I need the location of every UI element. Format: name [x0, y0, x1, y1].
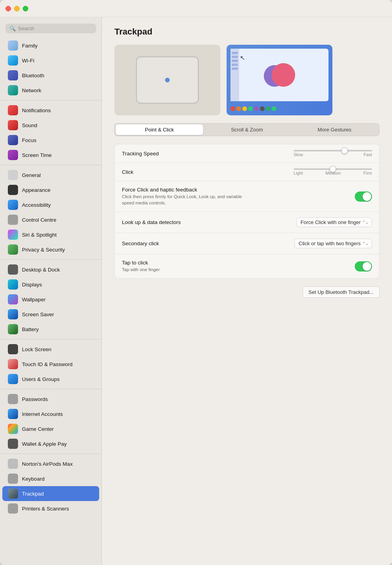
sidebar-item-trackpad[interactable]: Trackpad	[2, 486, 99, 501]
lockscreen-label: Lock Screen	[22, 346, 51, 352]
displays-icon	[8, 279, 18, 290]
sidebar-item-airpods[interactable]: Norton's AirPods Max	[2, 456, 99, 471]
accessibility-label: Accessibility	[22, 202, 51, 208]
printers-label: Printers & Scanners	[22, 506, 69, 512]
settings-section: Tracking Speed Slow Fast	[114, 144, 379, 279]
click-thumb[interactable]	[330, 166, 336, 172]
sidebar-item-wallet[interactable]: Wallet & Apple Pay	[2, 436, 99, 451]
sidebar-item-sound[interactable]: Sound	[2, 118, 99, 133]
sidebar-groups: FamilyWi-FiBluetoothNetworkNotifications…	[0, 38, 102, 518]
bluetooth-trackpad-button[interactable]: Set Up Bluetooth Trackpad...	[303, 286, 379, 298]
sidebar-item-battery[interactable]: Battery	[2, 322, 99, 337]
minimize-button[interactable]	[14, 6, 20, 11]
sidebar-item-screensaver[interactable]: Screen Saver	[2, 307, 99, 322]
family-icon	[8, 40, 18, 51]
users-icon	[8, 374, 18, 384]
sidebar-item-network[interactable]: Network	[2, 83, 99, 98]
colorbar-dot	[242, 106, 247, 111]
force-click-control[interactable]	[355, 191, 372, 202]
airpods-label: Norton's AirPods Max	[22, 461, 73, 467]
colorbar-dot	[260, 106, 265, 111]
appearance-icon	[8, 185, 18, 195]
appearance-label: Appearance	[22, 187, 51, 193]
lookup-control[interactable]: Force Click with one finger ⌃⌄	[296, 217, 372, 227]
focus-icon	[8, 135, 18, 145]
search-input[interactable]	[18, 26, 92, 31]
colorbar-dot	[272, 106, 276, 111]
colorbar-dot	[248, 106, 253, 111]
tap-to-click-sublabel: Tap with one finger	[122, 266, 247, 273]
sidebar-item-controlcentre[interactable]: Control Centre	[2, 212, 99, 227]
sidebar-group: Norton's AirPods MaxKeyboardTrackpadPrin…	[0, 456, 102, 518]
sidebar-item-touchid[interactable]: Touch ID & Password	[2, 357, 99, 372]
tap-to-click-control[interactable]	[355, 261, 372, 272]
tap-to-click-row: Tap to click Tap with one finger	[115, 254, 379, 278]
trackpad-dot	[165, 78, 170, 82]
network-label: Network	[22, 87, 42, 93]
controlcentre-icon	[8, 215, 18, 225]
lookup-label: Look up & data detectors	[122, 219, 296, 225]
wallet-icon	[8, 439, 18, 449]
force-click-toggle[interactable]	[355, 191, 372, 202]
bluetooth-label: Bluetooth	[22, 73, 44, 78]
sidebar-item-general[interactable]: General	[2, 168, 99, 182]
secondary-click-control[interactable]: Click or tap with two fingers ⌃⌄	[294, 239, 372, 248]
sidebar-item-focus[interactable]: Focus	[2, 133, 99, 148]
close-button[interactable]	[5, 6, 11, 11]
sidebar-item-passwords[interactable]: Passwords	[2, 392, 99, 406]
sidebar-item-displays[interactable]: Displays	[2, 277, 99, 292]
maximize-button[interactable]	[23, 6, 28, 11]
sidebar-line	[232, 60, 238, 62]
sidebar-item-appearance[interactable]: Appearance	[2, 182, 99, 197]
tab-point-click[interactable]: Point & Click	[116, 124, 203, 135]
sidebar-item-accessibility[interactable]: Accessibility	[2, 197, 99, 212]
desktop-label: Desktop & Dock	[22, 267, 60, 273]
trackpad-label: Trackpad	[22, 491, 44, 497]
users-label: Users & Groups	[22, 376, 60, 382]
sidebar-item-desktop[interactable]: Desktop & Dock	[2, 262, 99, 277]
general-label: General	[22, 172, 41, 178]
sidebar-group: PasswordsInternet AccountsGame CenterWal…	[0, 392, 102, 454]
tracking-speed-thumb[interactable]	[341, 148, 348, 154]
sidebar-item-wallpaper[interactable]: Wallpaper	[2, 292, 99, 307]
network-icon	[8, 85, 18, 95]
sidebar-item-screentime[interactable]: Screen Time	[2, 148, 99, 162]
tabs-container: Point & ClickScroll & ZoomMore Gestures	[114, 123, 379, 136]
sidebar-item-keyboard[interactable]: Keyboard	[2, 471, 99, 486]
sidebar-item-users[interactable]: Users & Groups	[2, 372, 99, 386]
privacy-icon	[8, 244, 18, 255]
click-control[interactable]: Light Medium Firm	[294, 168, 372, 175]
tracking-speed-control[interactable]: Slow Fast	[294, 150, 372, 157]
tab-more-gestures[interactable]: More Gestures	[291, 124, 378, 135]
sidebar-group: Lock ScreenTouch ID & PasswordUsers & Gr…	[0, 342, 102, 389]
lockscreen-icon	[8, 344, 18, 354]
search-icon: 🔍	[9, 26, 16, 31]
preview-circles	[260, 59, 299, 91]
sidebar-item-wifi[interactable]: Wi-Fi	[2, 53, 99, 68]
tab-scroll-zoom[interactable]: Scroll & Zoom	[203, 124, 290, 135]
sidebar-item-gamecenter[interactable]: Game Center	[2, 421, 99, 436]
sidebar-item-internet[interactable]: Internet Accounts	[2, 406, 99, 421]
secondary-click-select[interactable]: Click or tap with two fingers ⌃⌄	[294, 239, 372, 248]
sidebar-group: NotificationsSoundFocusScreen Time	[0, 103, 102, 165]
sidebar-item-family[interactable]: Family	[2, 38, 99, 53]
tap-to-click-toggle[interactable]	[355, 261, 372, 272]
sidebar-item-lockscreen[interactable]: Lock Screen	[2, 342, 99, 357]
sidebar-item-siri[interactable]: Siri & Spotlight	[2, 227, 99, 242]
sidebar-item-notifications[interactable]: Notifications	[2, 103, 99, 118]
tracking-speed-slider[interactable]	[294, 150, 372, 151]
force-click-sublabel: Click then press firmly for Quick Look, …	[122, 193, 247, 206]
trackpad-icon	[8, 488, 18, 499]
sidebar-item-bluetooth[interactable]: Bluetooth	[2, 68, 99, 83]
lookup-select[interactable]: Force Click with one finger ⌃⌄	[296, 217, 372, 227]
bottom-button-container: Set Up Bluetooth Trackpad...	[114, 286, 379, 298]
search-box[interactable]: 🔍	[5, 24, 96, 33]
internet-label: Internet Accounts	[22, 411, 63, 417]
touchid-label: Touch ID & Password	[22, 361, 73, 367]
colorbar-dot	[266, 106, 270, 111]
sidebar-item-printers[interactable]: Printers & Scanners	[2, 501, 99, 516]
sidebar-item-privacy[interactable]: Privacy & Security	[2, 242, 99, 257]
sidebar-group: GeneralAppearanceAccessibilityControl Ce…	[0, 168, 102, 260]
internet-icon	[8, 409, 18, 419]
click-slider[interactable]	[294, 168, 372, 170]
